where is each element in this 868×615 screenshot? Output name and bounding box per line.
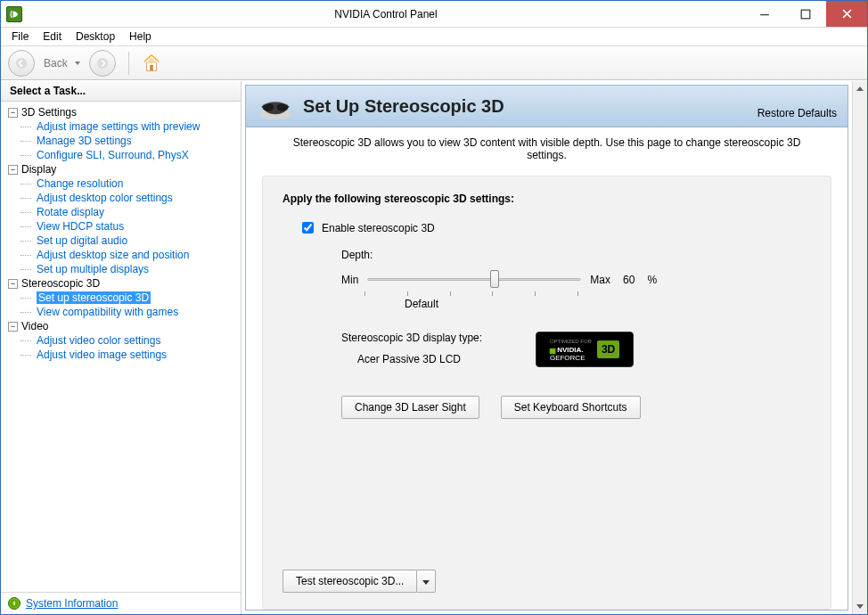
tree-items: Adjust image settings with previewManage… xyxy=(1,119,241,162)
badge-3d-tag: 3D xyxy=(597,340,619,358)
enable-stereoscopic-checkbox[interactable] xyxy=(302,222,314,234)
restore-defaults-link[interactable]: Restore Defaults xyxy=(757,107,837,121)
tree-collapse-toggle[interactable]: − xyxy=(8,165,18,175)
minimize-button[interactable] xyxy=(744,1,785,27)
tree-item[interactable]: Adjust video color settings xyxy=(20,333,241,348)
vscroll-track[interactable] xyxy=(853,96,867,599)
tree-item-link[interactable]: View compatibility with games xyxy=(37,306,178,318)
depth-max-label: Max xyxy=(590,274,610,286)
tree-item[interactable]: Adjust desktop size and position xyxy=(20,248,241,262)
tree-item-link[interactable]: Change resolution xyxy=(37,177,123,190)
content-scroll: Set Up Stereoscopic 3D Restore Defaults … xyxy=(242,81,852,614)
svg-rect-0 xyxy=(760,14,769,15)
tree-item-link[interactable]: Configure SLI, Surround, PhysX xyxy=(37,149,189,161)
nav-history-dropdown[interactable] xyxy=(75,62,80,65)
app-icon xyxy=(6,6,22,22)
tree-item-link[interactable]: Adjust desktop size and position xyxy=(37,249,189,261)
svg-rect-8 xyxy=(13,602,14,603)
menu-desktop[interactable]: Desktop xyxy=(69,29,122,45)
tree-item[interactable]: View HDCP status xyxy=(20,219,241,234)
window-title: NVIDIA Control Panel xyxy=(28,8,744,20)
tree-item-link[interactable]: Rotate display xyxy=(37,206,104,218)
svg-rect-1 xyxy=(801,10,810,19)
settings-panel: Apply the following stereoscopic 3D sett… xyxy=(262,176,831,610)
tree-items: Adjust video color settingsAdjust video … xyxy=(1,333,241,362)
tree-item-link[interactable]: Manage 3D settings xyxy=(37,135,132,147)
depth-slider-thumb[interactable] xyxy=(490,270,499,288)
tree-group: −DisplayChange resolutionAdjust desktop … xyxy=(1,162,241,276)
menu-edit[interactable]: Edit xyxy=(36,29,69,45)
depth-slider-track xyxy=(367,278,581,281)
menu-help[interactable]: Help xyxy=(122,29,159,45)
tree-group-label: 3D Settings xyxy=(21,106,77,119)
tree-item-link[interactable]: Adjust video color settings xyxy=(37,334,160,347)
nav-back-button[interactable] xyxy=(8,50,35,77)
tree-item[interactable]: Set up stereoscopic 3D xyxy=(20,291,241,305)
page-header: Set Up Stereoscopic 3D Restore Defaults xyxy=(246,86,848,127)
tree-items: Change resolutionAdjust desktop color se… xyxy=(1,176,241,276)
change-laser-sight-button[interactable]: Change 3D Laser Sight xyxy=(341,396,479,419)
tree-item[interactable]: Manage 3D settings xyxy=(20,134,241,148)
test-button-row: Test stereoscopic 3D... xyxy=(283,570,436,593)
tree-item-link[interactable]: View HDCP status xyxy=(37,220,124,233)
tree-group-label: Stereoscopic 3D xyxy=(21,277,100,290)
tree-group-row[interactable]: −Stereoscopic 3D xyxy=(1,276,241,291)
tree-item[interactable]: View compatibility with games xyxy=(20,305,241,319)
test-stereoscopic-button[interactable]: Test stereoscopic 3D... xyxy=(283,570,416,593)
task-tree[interactable]: −3D SettingsAdjust image settings with p… xyxy=(1,102,241,592)
badge-text: OPTIMIZED FOR ▅ NVIDIA. GEFORCE xyxy=(550,338,592,362)
maximize-button[interactable] xyxy=(785,1,826,27)
tree-group-row[interactable]: −3D Settings xyxy=(1,105,241,119)
toolbar: Back xyxy=(1,46,867,80)
close-button[interactable] xyxy=(826,1,867,27)
tree-item[interactable]: Adjust image settings with preview xyxy=(20,119,241,134)
chevron-down-icon xyxy=(422,580,430,585)
tree-item[interactable]: Change resolution xyxy=(20,176,241,191)
page-description: Stereoscopic 3D allows you to view 3D co… xyxy=(246,127,848,176)
window-buttons xyxy=(744,1,867,27)
enable-stereoscopic-label[interactable]: Enable stereoscopic 3D xyxy=(322,222,435,234)
svg-point-2 xyxy=(16,57,27,68)
tree-item[interactable]: Adjust desktop color settings xyxy=(20,191,241,205)
toolbar-separator xyxy=(128,52,129,75)
tree-group: −VideoAdjust video color settingsAdjust … xyxy=(1,319,241,362)
set-keyboard-shortcuts-button[interactable]: Set Keyboard Shortcuts xyxy=(501,396,641,419)
tree-item[interactable]: Set up multiple displays xyxy=(20,262,241,276)
tree-item-link[interactable]: Set up multiple displays xyxy=(37,263,149,275)
tree-item-link[interactable]: Adjust image settings with preview xyxy=(37,120,200,133)
svg-rect-5 xyxy=(150,64,153,70)
tree-item[interactable]: Set up digital audio xyxy=(20,234,241,248)
menu-file[interactable]: File xyxy=(4,29,36,45)
tree-item-link[interactable]: Adjust video image settings xyxy=(37,348,167,361)
system-information-link[interactable]: System Information xyxy=(26,597,118,610)
tree-item-link[interactable]: Adjust desktop color settings xyxy=(37,192,173,204)
inner-settings: Depth: Min Max 60 % xyxy=(341,249,811,419)
tree-group-row[interactable]: −Video xyxy=(1,319,241,333)
depth-unit: % xyxy=(647,274,657,286)
tree-group-row[interactable]: −Display xyxy=(1,162,241,176)
tree-collapse-toggle[interactable]: − xyxy=(8,279,18,289)
tree-collapse-toggle[interactable]: − xyxy=(8,108,18,118)
tree-item[interactable]: Configure SLI, Surround, PhysX xyxy=(20,148,241,162)
page: Set Up Stereoscopic 3D Restore Defaults … xyxy=(245,85,848,611)
tree-item-link[interactable]: Set up stereoscopic 3D xyxy=(37,291,151,304)
main-area: Select a Task... −3D SettingsAdjust imag… xyxy=(1,80,867,614)
tree-item[interactable]: Adjust video image settings xyxy=(20,348,241,362)
tree-item[interactable]: Rotate display xyxy=(20,205,241,219)
depth-min-label: Min xyxy=(341,274,358,286)
sidebar-header: Select a Task... xyxy=(1,81,241,102)
home-button[interactable] xyxy=(142,53,161,73)
tree-items: Set up stereoscopic 3DView compatibility… xyxy=(1,291,241,319)
depth-slider[interactable] xyxy=(367,270,581,290)
action-buttons-row: Change 3D Laser Sight Set Keyboard Short… xyxy=(341,396,811,419)
vertical-scrollbar[interactable] xyxy=(852,81,867,614)
nav-forward-button[interactable] xyxy=(89,50,116,77)
test-stereoscopic-dropdown[interactable] xyxy=(416,570,436,593)
tree-collapse-toggle[interactable]: − xyxy=(8,322,18,332)
apply-heading: Apply the following stereoscopic 3D sett… xyxy=(283,193,811,205)
sidebar-footer: System Information xyxy=(1,592,241,614)
vscroll-down-button[interactable] xyxy=(853,599,867,614)
depth-value: 60 xyxy=(623,274,635,286)
tree-item-link[interactable]: Set up digital audio xyxy=(37,234,127,247)
vscroll-up-button[interactable] xyxy=(853,81,867,96)
